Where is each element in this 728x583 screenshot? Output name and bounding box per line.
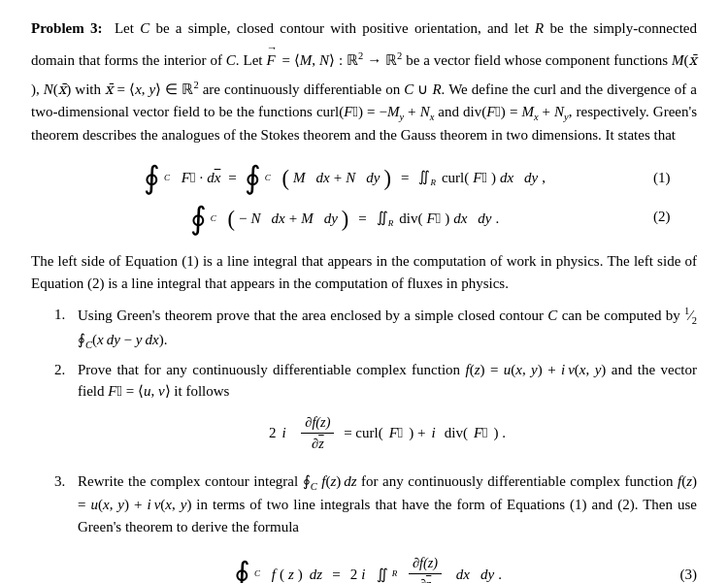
after-equations-text: The left side of Equation (1) is a line …	[31, 250, 697, 294]
contour-integral-1: ∮	[144, 163, 160, 194]
list-item-2: 2. Prove that for any continuously diffe…	[54, 359, 697, 465]
problem-container: Problem 3: Let C be a simple, closed con…	[31, 17, 697, 583]
eq2-body: ∮C ( − N dx + M dy ) = ∬R div(F⃗) dx dy …	[57, 197, 631, 238]
equation-row-1: ∮C F⃗ · dx = ∮C ( M dx + N dy ) = ∬R cur…	[57, 160, 670, 197]
item-3-number: 3.	[54, 470, 70, 584]
problem-number: Problem 3:	[31, 20, 102, 36]
item-3-text: Rewrite the complex contour integral ∮C …	[78, 470, 697, 584]
and-text: and	[592, 497, 613, 512]
list-item-3: 3. Rewrite the complex contour integral …	[54, 470, 697, 584]
item-2-number: 2.	[54, 359, 70, 465]
list-item-1: 1. Using Green's theorem prove that the …	[54, 304, 697, 353]
eq1-body: ∮C F⃗ · dx = ∮C ( M dx + N dy ) = ∬R cur…	[57, 160, 631, 197]
frac-denominator-item2: ∂z	[308, 434, 328, 454]
item2-equation: 2i ∂f(z) ∂z = curl(F⃗) + i div(F⃗) .	[78, 412, 697, 455]
contour-integral-2: ∮	[190, 204, 207, 235]
item-2-text: Prove that for any continuously differen…	[78, 359, 697, 465]
problem-list: 1. Using Green's theorem prove that the …	[54, 304, 697, 583]
eq2-number: (2)	[632, 197, 671, 238]
problem-intro: Problem 3: Let C be a simple, closed con…	[31, 17, 697, 146]
equation-row-2: ∮C ( − N dx + M dy ) = ∬R div(F⃗) dx dy …	[57, 197, 670, 238]
item-1-text: Using Green's theorem prove that the are…	[78, 304, 697, 353]
contour-integral-1b: ∮	[245, 163, 261, 194]
eq1-number: (1)	[632, 160, 671, 197]
item3-equation: ∮C f(z) dz = 2i ∬R ∂f(z)	[78, 547, 697, 583]
item-1-number: 1.	[54, 304, 70, 353]
frac-numerator-item2: ∂f(z)	[301, 412, 334, 434]
equations-table: ∮C F⃗ · dx = ∮C ( M dx + N dy ) = ∬R cur…	[57, 160, 670, 238]
